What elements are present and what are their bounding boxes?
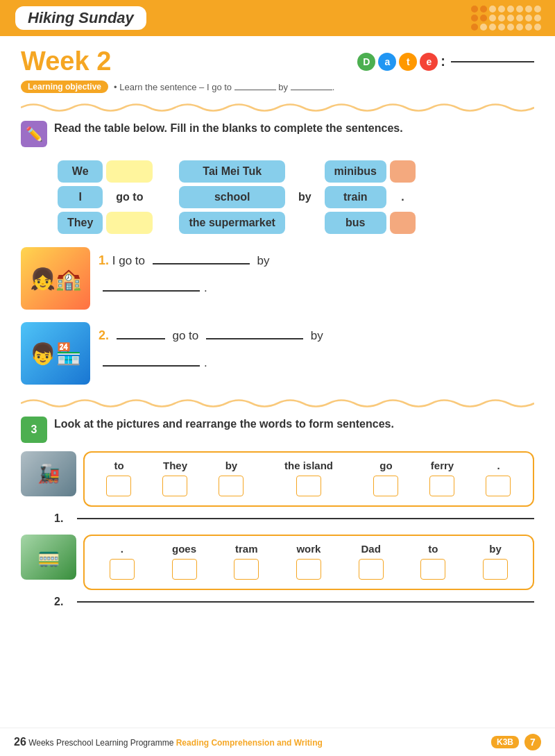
exercise-2-blank1[interactable] [117,338,165,339]
exercise-1-blank2[interactable] [103,290,200,292]
blank-cell[interactable] [278,557,339,583]
dot [471,15,478,22]
answer-square[interactable] [219,476,244,496]
word-cell: . [92,541,153,556]
blank-cell[interactable] [403,557,464,583]
tram-image: 🚃 [21,535,76,580]
answer-line-1[interactable] [77,518,534,519]
table-cell-blank[interactable] [106,160,153,183]
table-cell: the supermarket [179,212,285,234]
dot [516,15,523,22]
footer-badge: K3B [491,736,519,748]
table-cell: They [58,212,103,234]
dot [534,24,541,31]
table-cell [156,160,176,183]
answer-square[interactable] [296,476,321,496]
word-set-2-words: . goes tram work Dad to by [92,541,526,556]
dot [480,15,487,22]
blank-cell[interactable] [204,474,259,500]
lo-blank2[interactable] [291,90,332,90]
answer-square[interactable] [486,476,511,496]
table-cell: . [390,186,416,208]
table-cell [289,212,321,234]
blank-cell[interactable] [471,474,526,500]
answer-square[interactable] [359,559,384,580]
learning-objective: Learning objective • Learn the sentence … [21,81,534,93]
section3-header: 3 Look at the pictures and rearrange the… [21,417,534,443]
dot [471,6,478,12]
table-row: I go to school by train . [58,186,416,208]
dot [480,24,487,31]
answer-num-1: 1. [54,512,71,525]
exercise-2-blank2[interactable] [206,338,303,339]
table-cell: train [325,186,386,208]
exercise-2-content: 2. go to by . [99,322,534,376]
dot [498,15,505,22]
lo-badge: Learning objective [21,81,108,93]
word-set-2-blanks [92,557,526,583]
table-row: We Tai Mei Tuk minibus [58,160,416,183]
answer-square[interactable] [234,559,259,580]
answer-square[interactable] [172,559,197,580]
dot [489,24,496,31]
answer-square[interactable] [373,476,398,496]
blank-cell[interactable] [341,557,402,583]
word-cell: to [403,541,464,556]
answer-square[interactable] [110,559,135,580]
dot [471,24,478,31]
answer-square[interactable] [429,476,454,496]
page-header: Hiking Sunday [0,0,555,36]
blank-cell[interactable] [415,474,470,500]
blank-cell[interactable] [359,474,413,500]
dot [498,24,505,31]
dot [534,6,541,12]
dot [525,15,532,22]
blank-cell[interactable] [216,557,277,583]
answer-square[interactable] [106,476,131,496]
word-cell: the island [260,458,357,473]
wavy-divider-2 [21,397,534,410]
table-cell-blank[interactable] [106,212,153,234]
section1-instruction: Read the table below. Fill in the blanks… [54,121,403,136]
blank-cell[interactable] [92,474,146,500]
section1-header: ✏️ Read the table below. Fill in the bla… [21,121,534,147]
exercise-1: 👧🏫 1. I go to by . [21,247,534,310]
dot [489,15,496,22]
word-cell: . [471,458,526,473]
blank-cell[interactable] [465,557,526,583]
table-cell: minibus [325,160,386,183]
week-title: Week 2 [21,47,111,76]
lo-blank1[interactable] [234,90,276,90]
table-row: They the supermarket bus [58,212,416,234]
answer-square[interactable] [296,559,321,580]
answer-square[interactable] [483,559,508,580]
table-cell: I [58,186,103,208]
exercise-2-blank3[interactable] [103,365,200,367]
answer-line-2[interactable] [77,601,534,603]
train-image: 🚂 [21,451,76,496]
word-set-1-box: to They by the island go ferry . [83,451,534,507]
exercise-1-blank1[interactable] [153,263,250,264]
dot [498,6,505,12]
table-cell: bus [325,212,386,234]
answer-square[interactable] [162,476,187,496]
dot [507,6,514,12]
table-cell-blank[interactable] [390,212,416,234]
table-cell: We [58,160,103,183]
answer-square[interactable] [420,559,445,580]
blank-cell[interactable] [260,474,357,500]
dot [489,6,496,12]
blank-cell[interactable] [154,557,215,583]
section3-instruction: Look at the pictures and rearrange the w… [54,417,394,432]
date-circle-a: a [378,53,396,71]
dot [507,15,514,22]
answer-num-2: 2. [54,596,71,608]
main-content: Week 2 D a t e : Learning objective • Le… [0,36,555,632]
table-cell-blank[interactable] [390,160,416,183]
footer-title: Reading Comprehension and Writing [176,738,323,748]
blank-cell[interactable] [148,474,203,500]
table-cell [289,160,321,183]
date-input-line[interactable] [451,61,534,62]
word-cell: tram [216,541,277,556]
blank-cell[interactable] [92,557,153,583]
